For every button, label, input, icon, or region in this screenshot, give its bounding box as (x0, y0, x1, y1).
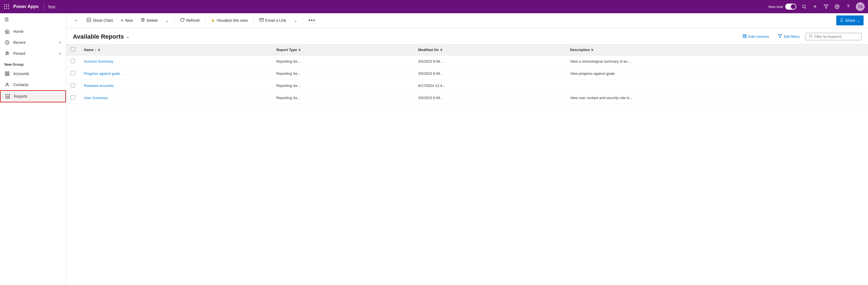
svg-rect-29 (743, 34, 744, 36)
table-row: Account Summary Reporting Se... 3/5/2023… (66, 56, 868, 68)
svg-marker-11 (824, 5, 828, 8)
email-link-button[interactable]: Email a Link (256, 15, 289, 25)
row-checkbox-cell (66, 56, 80, 68)
filter-icon[interactable] (823, 3, 829, 10)
sidebar-item-home-label: Home (13, 29, 62, 34)
list-area: Available Reports ⌄ Edit columns (66, 28, 868, 285)
row-modified-on-cell: 3/5/2023 8:58 ... (414, 92, 566, 104)
edit-filters-icon (778, 34, 782, 39)
svg-point-4 (6, 6, 7, 7)
new-icon: + (121, 18, 124, 24)
delete-dropdown-icon: ⌄ (165, 18, 169, 23)
hamburger-button[interactable]: ☰ (0, 13, 66, 26)
edit-filters-button[interactable]: Edit filters (775, 32, 802, 41)
sidebar-item-recent[interactable]: Recent ∨ (0, 37, 66, 48)
row-name-link[interactable]: Account Summary (84, 59, 113, 63)
list-title: Available Reports ⌄ (73, 33, 129, 40)
svg-marker-33 (778, 34, 782, 38)
email-dropdown-icon: ⌄ (294, 18, 297, 23)
back-button[interactable]: ← (71, 15, 82, 25)
table-row: User Summary Reporting Se... 3/5/2023 8:… (66, 92, 868, 104)
show-chart-label: Show Chart (93, 18, 113, 23)
search-icon[interactable] (801, 3, 807, 10)
sidebar-item-recent-label: Recent (13, 40, 56, 45)
row-name-link[interactable]: Progress against goals (84, 71, 120, 75)
app-name: Power Apps (13, 4, 39, 9)
col-description-header[interactable]: Description ∨ (566, 44, 868, 56)
row-name-cell: Account Summary (80, 56, 272, 68)
add-icon[interactable]: + (812, 3, 818, 10)
col-report-type-header[interactable]: Report Type ∨ (272, 44, 414, 56)
toolbar-divider-2 (205, 17, 206, 24)
svg-rect-14 (5, 72, 7, 73)
row-checkbox-cell (66, 68, 80, 80)
visualize-button[interactable]: ★ Visualize this view (208, 15, 251, 25)
recent-icon (4, 40, 10, 45)
edit-columns-button[interactable]: Edit columns (740, 32, 772, 41)
visualize-label: Visualize this view (217, 18, 248, 23)
delete-button[interactable]: Delete (137, 15, 161, 25)
sidebar-item-pinned[interactable]: Pinned ∨ (0, 48, 66, 59)
sidebar: ☰ Home Recent ∨ Pinned ∨ New Group (0, 13, 66, 285)
name-sort-icon: ↑ (95, 48, 96, 52)
row-name-link[interactable]: Retained accounts (84, 84, 114, 88)
table-row: Retained accounts Reporting Se... 6/27/2… (66, 80, 868, 92)
sidebar-item-reports[interactable]: Reports (0, 90, 66, 102)
list-title-chevron-icon[interactable]: ⌄ (126, 34, 129, 39)
delete-label: Delete (147, 18, 158, 23)
row-description-cell: View a chronological summary of an ... (566, 56, 868, 68)
table-head: Name ↑ ∨ Report Type ∨ (66, 44, 868, 56)
select-all-checkbox[interactable] (71, 47, 75, 52)
delete-chevron-button[interactable]: ⌄ (162, 15, 172, 25)
refresh-button[interactable]: Refresh (177, 15, 203, 25)
edit-filters-label: Edit filters (784, 34, 800, 39)
edit-columns-label: Edit columns (749, 34, 769, 39)
sidebar-item-accounts[interactable]: Accounts (0, 68, 66, 79)
topbar-divider (44, 3, 44, 10)
avatar[interactable]: TS (856, 2, 865, 11)
row-checkbox-cell (66, 80, 80, 92)
toolbar-divider-4 (303, 17, 303, 24)
row-description-cell: View progress against goals (566, 68, 868, 80)
pinned-chevron-icon: ∨ (59, 52, 62, 56)
sidebar-item-contacts[interactable]: Contacts (0, 79, 66, 90)
row-checkbox[interactable] (71, 95, 75, 100)
row-name-link[interactable]: User Summary (84, 96, 108, 100)
filter-keyword-input[interactable] (814, 34, 858, 39)
svg-rect-30 (745, 34, 746, 36)
table-row: Progress against goals Reporting Se... 3… (66, 68, 868, 80)
help-icon[interactable]: ? (845, 3, 851, 10)
row-checkbox[interactable] (71, 83, 75, 88)
svg-point-8 (8, 8, 9, 9)
show-chart-icon (87, 18, 91, 23)
row-report-type-cell: Reporting Se... (272, 56, 414, 68)
row-checkbox[interactable] (71, 71, 75, 75)
env-name: Test (48, 4, 56, 9)
col-name-header[interactable]: Name ↑ ∨ (80, 44, 272, 56)
sidebar-item-reports-label: Reports (14, 94, 61, 98)
delete-icon (141, 18, 145, 23)
home-icon (4, 29, 10, 34)
select-all-header (66, 44, 80, 56)
waffle-icon[interactable] (3, 3, 10, 10)
email-icon (259, 18, 264, 23)
new-label: New (125, 18, 133, 23)
settings-icon[interactable] (834, 3, 840, 10)
row-checkbox[interactable] (71, 59, 75, 63)
more-button[interactable]: ••• (305, 15, 319, 25)
col-description-label: Description (570, 48, 590, 52)
svg-line-35 (811, 37, 812, 38)
new-look-toggle[interactable] (785, 4, 796, 10)
col-name-label: Name (84, 48, 93, 52)
sidebar-item-home[interactable]: Home (0, 26, 66, 37)
share-button[interactable]: Share ⌄ (836, 15, 864, 25)
refresh-icon (180, 18, 185, 23)
row-description-cell: View user contact and security role in..… (566, 92, 868, 104)
row-report-type-cell: Reporting Se... (272, 80, 414, 92)
email-chevron-button[interactable]: ⌄ (291, 15, 301, 25)
svg-point-3 (4, 6, 5, 7)
toolbar: ← Show Chart + New Delete ⌄ (66, 13, 868, 28)
new-button[interactable]: + New (117, 15, 136, 25)
show-chart-button[interactable]: Show Chart (83, 15, 116, 25)
col-modified-on-header[interactable]: Modified On ∨ (414, 44, 566, 56)
